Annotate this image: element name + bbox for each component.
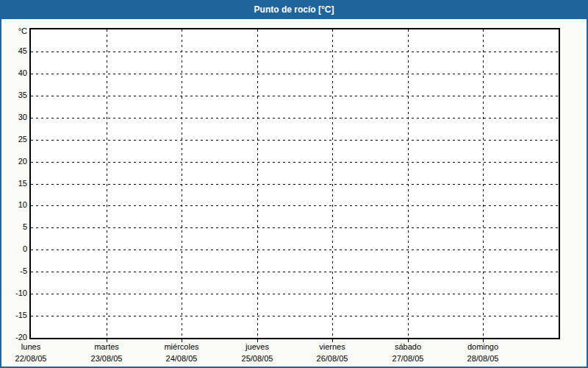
y-tick-label: 25 [0, 135, 27, 144]
x-date-label: 26/08/05 [294, 354, 370, 364]
chart-title-bar: Punto de rocío [°C] [0, 0, 588, 19]
gridline-horizontal [31, 316, 559, 316]
gridline-vertical [107, 29, 107, 338]
gridline-vertical [332, 29, 333, 338]
y-tick-label: 40 [0, 68, 27, 78]
y-tick-label: 10 [0, 200, 27, 210]
gridline-vertical [408, 29, 409, 338]
gridline-horizontal [31, 184, 559, 185]
gridline-horizontal [31, 74, 559, 74]
y-tick-label: -5 [0, 266, 27, 276]
gridline-horizontal [31, 118, 559, 118]
x-date-label: 22/08/05 [0, 354, 69, 364]
gridline-vertical [257, 29, 258, 338]
gridline-vertical [182, 29, 182, 338]
x-day-label: lunes [0, 342, 69, 352]
x-day-label: jueves [219, 342, 295, 352]
x-date-label: 24/08/05 [143, 354, 220, 364]
y-axis-unit-label: °C [0, 26, 27, 36]
gridline-vertical [483, 29, 484, 338]
x-date-label: 28/08/05 [445, 354, 521, 364]
y-tick-label: -15 [0, 311, 27, 320]
y-tick-label: -10 [0, 289, 27, 298]
chart-title: Punto de rocío [°C] [254, 4, 334, 15]
y-tick-label: 15 [0, 179, 27, 188]
x-day-label: martes [68, 342, 145, 352]
gridline-horizontal [31, 272, 559, 272]
gridline-horizontal [31, 250, 559, 250]
y-tick-label: 0 [0, 244, 27, 254]
y-tick-label: 35 [0, 91, 27, 100]
x-date-label: 23/08/05 [68, 354, 145, 364]
chart-panel: Punto de rocío [°C] °C 45403530252015105… [0, 0, 588, 368]
gridline-horizontal [31, 140, 559, 141]
x-date-label: 27/08/05 [370, 354, 446, 364]
y-tick-label: 5 [0, 222, 27, 232]
x-day-label: viernes [294, 342, 370, 352]
gridline-horizontal [31, 205, 559, 206]
gridline-horizontal [31, 294, 559, 294]
y-tick-label: 30 [0, 113, 27, 122]
gridline-horizontal [31, 52, 559, 52]
gridline-horizontal [31, 227, 559, 228]
x-day-label: miércoles [143, 342, 220, 352]
gridline-horizontal [31, 162, 559, 163]
x-day-label: domingo [445, 342, 521, 352]
x-day-label: sábado [370, 342, 446, 352]
gridline-horizontal [31, 96, 559, 96]
x-date-label: 25/08/05 [219, 354, 295, 364]
y-tick-label: 45 [0, 46, 27, 56]
y-tick-label: -20 [0, 333, 27, 342]
y-tick-label: 20 [0, 157, 27, 166]
